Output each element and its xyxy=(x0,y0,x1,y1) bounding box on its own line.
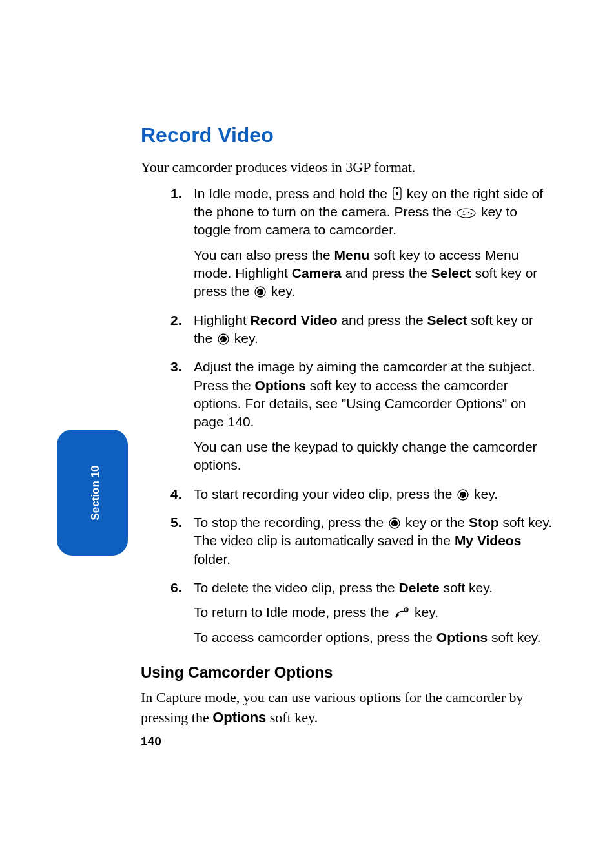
step-number: 1. xyxy=(170,185,182,203)
step-text: In Idle mode, press and hold the xyxy=(194,186,391,201)
step-text: You can also press the xyxy=(194,247,334,262)
step-paragraph: To return to Idle mode, press the key. xyxy=(194,603,555,621)
step-number: 5. xyxy=(170,514,182,532)
step-paragraph: To delete the video clip, press the Dele… xyxy=(194,579,555,597)
bold-text: Select xyxy=(431,265,471,280)
step-text: folder. xyxy=(194,552,231,566)
svg-point-6 xyxy=(471,213,473,215)
step-text: To access camcorder options, press the xyxy=(194,630,436,645)
ok-key-icon: i xyxy=(254,286,266,298)
step-paragraph: To access camcorder options, press the O… xyxy=(194,629,555,647)
step-5: 5. To stop the recording, press the i ke… xyxy=(194,514,555,579)
ok-key-icon: i xyxy=(218,333,229,345)
bold-text: Options xyxy=(212,709,266,725)
step-text: To return to Idle mode, press the xyxy=(194,605,393,619)
svg-point-2 xyxy=(396,192,398,194)
step-text: and press the xyxy=(338,313,427,327)
step-number: 6. xyxy=(170,579,182,597)
step-text: To stop the recording, press the xyxy=(194,515,387,530)
section-tab-label: Section 10 xyxy=(88,465,101,520)
step-1: 1. In Idle mode, press and hold the key … xyxy=(194,185,555,311)
step-4: 4. To start recording your video clip, p… xyxy=(194,485,555,514)
sub-body: In Capture mode, you can use various opt… xyxy=(141,688,555,728)
page-number: 140 xyxy=(141,734,555,749)
step-3: 3. Adjust the image by aiming the camcor… xyxy=(194,358,555,484)
step-paragraph: You can use the keypad to quickly change… xyxy=(194,438,555,475)
bold-text: Menu xyxy=(334,247,370,262)
step-text: To delete the video clip, press the xyxy=(194,580,399,595)
step-paragraph: Adjust the image by aiming the camcorder… xyxy=(194,358,555,431)
svg-rect-1 xyxy=(396,187,398,189)
body-text: soft key. xyxy=(266,709,318,725)
bold-text: Options xyxy=(436,630,488,645)
svg-text:i: i xyxy=(461,493,462,498)
page-heading: Record Video xyxy=(141,123,555,147)
page-content: Record Video Your camcorder produces vid… xyxy=(141,123,555,749)
bold-text: Stop xyxy=(469,515,499,530)
step-text: and press the xyxy=(342,265,431,280)
bold-text: Record Video xyxy=(251,313,338,327)
step-paragraph: In Idle mode, press and hold the key on … xyxy=(194,185,555,240)
svg-text:i: i xyxy=(221,337,223,342)
bold-text: Options xyxy=(255,378,306,393)
svg-text:1: 1 xyxy=(462,210,466,216)
intro-text: Your camcorder produces videos in 3GP fo… xyxy=(141,158,555,177)
step-text: You can use the keypad to quickly change… xyxy=(194,439,537,472)
subheading: Using Camcorder Options xyxy=(141,663,555,681)
camera-key-icon xyxy=(393,187,402,200)
step-text: soft key. xyxy=(488,630,540,645)
manual-page: Section 10 Record Video Your camcorder p… xyxy=(0,0,616,852)
step-text: key or the xyxy=(402,515,469,530)
one-key-icon: 1 xyxy=(457,208,476,218)
bold-text: Camera xyxy=(292,265,342,280)
step-paragraph: You can also press the Menu soft key to … xyxy=(194,246,555,301)
bold-text: Select xyxy=(427,313,467,327)
step-number: 2. xyxy=(170,311,182,329)
ok-key-icon: i xyxy=(389,517,400,529)
step-paragraph: To start recording your video clip, pres… xyxy=(194,485,555,503)
body-text: In Capture mode, you can use various opt… xyxy=(141,689,524,725)
step-text: soft key. xyxy=(440,580,493,595)
step-paragraph: Highlight Record Video and press the Sel… xyxy=(194,311,555,348)
section-tab: Section 10 xyxy=(57,430,128,556)
end-key-icon xyxy=(394,607,409,619)
step-paragraph: To stop the recording, press the i key o… xyxy=(194,514,555,568)
svg-point-3 xyxy=(457,209,475,218)
bold-text: My Videos xyxy=(455,533,521,548)
step-number: 4. xyxy=(170,485,182,503)
step-text: key. xyxy=(231,331,258,346)
step-6: 6. To delete the video clip, press the D… xyxy=(194,579,555,657)
svg-text:i: i xyxy=(258,290,260,295)
step-2: 2. Highlight Record Video and press the … xyxy=(194,311,555,358)
svg-point-5 xyxy=(468,212,470,214)
bold-text: Delete xyxy=(399,580,440,595)
step-text: Highlight xyxy=(194,313,251,327)
step-text: key. xyxy=(267,284,295,298)
step-text: To start recording your video clip, pres… xyxy=(194,486,456,501)
steps-list: 1. In Idle mode, press and hold the key … xyxy=(141,185,555,657)
ok-key-icon: i xyxy=(457,489,469,501)
step-text: key. xyxy=(411,605,438,619)
step-text: key. xyxy=(470,486,498,501)
step-number: 3. xyxy=(170,358,182,376)
svg-text:i: i xyxy=(393,521,394,526)
